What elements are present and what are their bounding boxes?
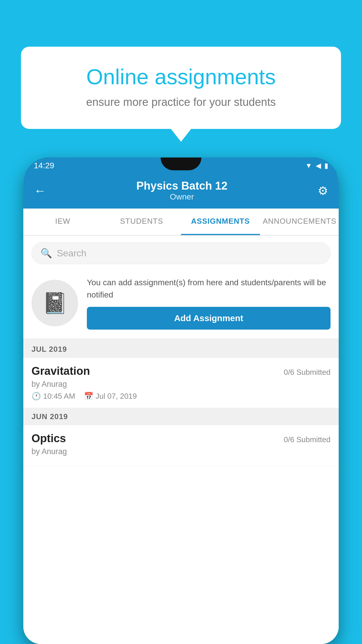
tab-assignments[interactable]: ASSIGNMENTS — [181, 209, 260, 235]
header-title: Physics Batch 12 — [136, 180, 228, 192]
phone-notch — [161, 158, 201, 170]
search-placeholder: Search — [57, 248, 86, 259]
status-icons: ▼ ◀ ▮ — [305, 162, 328, 170]
status-bar: 14:29 ▼ ◀ ▮ — [23, 158, 339, 174]
assignment-submitted-gravitation: 0/6 Submitted — [284, 368, 331, 377]
tab-students[interactable]: STUDENTS — [102, 209, 181, 235]
header-center: Physics Batch 12 Owner — [136, 180, 228, 202]
promo-right: You can add assignment(s) from here and … — [87, 276, 331, 330]
settings-button[interactable]: ⚙ — [318, 184, 328, 197]
app-header: ← Physics Batch 12 Owner ⚙ — [23, 174, 339, 209]
wifi-icon: ▼ — [305, 162, 312, 170]
clock-icon: 🕐 — [31, 392, 41, 401]
tabs: IEW STUDENTS ASSIGNMENTS ANNOUNCEMENTS — [23, 209, 339, 236]
tab-announcements[interactable]: ANNOUNCEMENTS — [260, 209, 339, 235]
section-header-jun: JUN 2019 — [23, 408, 339, 425]
promo-icon-circle: 📓 — [31, 280, 78, 326]
add-assignment-promo: 📓 You can add assignment(s) from here an… — [23, 271, 339, 341]
assignment-row1: Gravitation 0/6 Submitted — [31, 365, 331, 377]
battery-icon: ▮ — [324, 162, 328, 170]
phone-frame: 14:29 ▼ ◀ ▮ ← Physics Batch 12 Owner ⚙ I… — [23, 158, 339, 644]
assignment-author-gravitation: by Anurag — [31, 380, 331, 389]
section-header-jul: JUL 2019 — [23, 341, 339, 358]
assignment-date-gravitation: 📅 Jul 07, 2019 — [84, 392, 137, 401]
assignment-meta-gravitation: 🕐 10:45 AM 📅 Jul 07, 2019 — [31, 392, 331, 401]
assignment-author-optics: by Anurag — [31, 447, 331, 456]
content-area: 🔍 Search 📓 You can add assignment(s) fro… — [23, 236, 339, 644]
search-bar[interactable]: 🔍 Search — [31, 242, 331, 264]
search-icon: 🔍 — [41, 248, 52, 259]
add-assignment-button[interactable]: Add Assignment — [87, 307, 331, 330]
status-time: 14:29 — [34, 161, 54, 170]
signal-icon: ◀ — [316, 162, 321, 170]
tab-iew[interactable]: IEW — [23, 209, 102, 235]
assignment-item-optics[interactable]: Optics 0/6 Submitted by Anurag — [23, 425, 339, 466]
notebook-icon: 📓 — [42, 291, 68, 315]
assignment-time-gravitation: 🕐 10:45 AM — [31, 392, 75, 401]
assignment-row1-optics: Optics 0/6 Submitted — [31, 432, 331, 445]
assignment-item-gravitation[interactable]: Gravitation 0/6 Submitted by Anurag 🕐 10… — [23, 358, 339, 408]
promo-text: You can add assignment(s) from here and … — [87, 276, 331, 301]
assignment-name-optics: Optics — [31, 432, 66, 445]
assignment-name-gravitation: Gravitation — [31, 365, 90, 377]
back-button[interactable]: ← — [34, 184, 46, 198]
speech-bubble: Online assignments ensure more practice … — [21, 47, 341, 129]
speech-bubble-title: Online assignments — [38, 64, 324, 90]
header-subtitle: Owner — [136, 192, 228, 202]
assignment-submitted-optics: 0/6 Submitted — [284, 435, 331, 444]
calendar-icon: 📅 — [84, 392, 93, 401]
phone-screen: ← Physics Batch 12 Owner ⚙ IEW STUDENTS … — [23, 174, 339, 644]
speech-bubble-subtitle: ensure more practice for your students — [38, 96, 324, 108]
